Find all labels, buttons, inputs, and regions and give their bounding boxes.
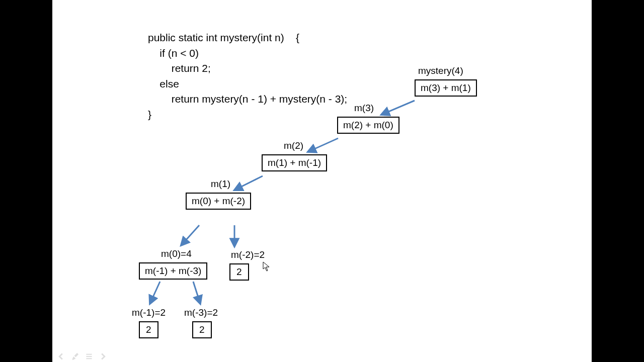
prev-slide-icon[interactable] — [56, 352, 65, 361]
node-box: m(3) + m(1) — [415, 79, 477, 97]
node-label: m(-3)=2 — [184, 307, 218, 318]
code-line: public static int mystery(int n) { — [148, 32, 299, 43]
node-label: m(3) — [354, 103, 374, 114]
arrow — [308, 138, 338, 152]
node-label: m(-1)=2 — [132, 307, 166, 318]
menu-icon[interactable] — [85, 352, 94, 361]
node-box: m(-1) + m(-3) — [139, 262, 207, 280]
code-line: if (n < 0) — [148, 47, 199, 59]
arrow — [193, 282, 200, 304]
code-line: return 2; — [148, 62, 211, 74]
mouse-cursor-icon — [263, 261, 271, 272]
node-box: m(1) + m(-1) — [262, 154, 327, 171]
code-line: return mystery(n - 1) + mystery(n - 3); — [148, 93, 347, 105]
code-line: } — [148, 109, 151, 120]
node-label: m(0)=4 — [161, 248, 192, 259]
slide-canvas: public static int mystery(int n) { if (n… — [52, 0, 592, 362]
node-label: m(1) — [211, 178, 230, 190]
node-label: m(-2)=2 — [231, 249, 265, 260]
node-box: 2 — [192, 321, 212, 338]
arrow — [150, 282, 160, 304]
presentation-toolbar — [56, 352, 108, 361]
node-box: m(2) + m(0) — [337, 117, 399, 134]
node-box: 2 — [139, 321, 158, 338]
node-label: mystery(4) — [418, 65, 463, 76]
arrow — [381, 101, 415, 115]
next-slide-icon[interactable] — [99, 352, 108, 361]
arrow — [234, 176, 263, 190]
code-line: else — [148, 78, 179, 89]
pen-icon[interactable] — [70, 352, 79, 361]
arrow — [181, 225, 199, 245]
node-box: 2 — [229, 263, 249, 281]
node-box: m(0) + m(-2) — [186, 193, 251, 210]
code-block: public static int mystery(int n) { if (n… — [148, 15, 347, 138]
node-label: m(2) — [284, 140, 303, 151]
